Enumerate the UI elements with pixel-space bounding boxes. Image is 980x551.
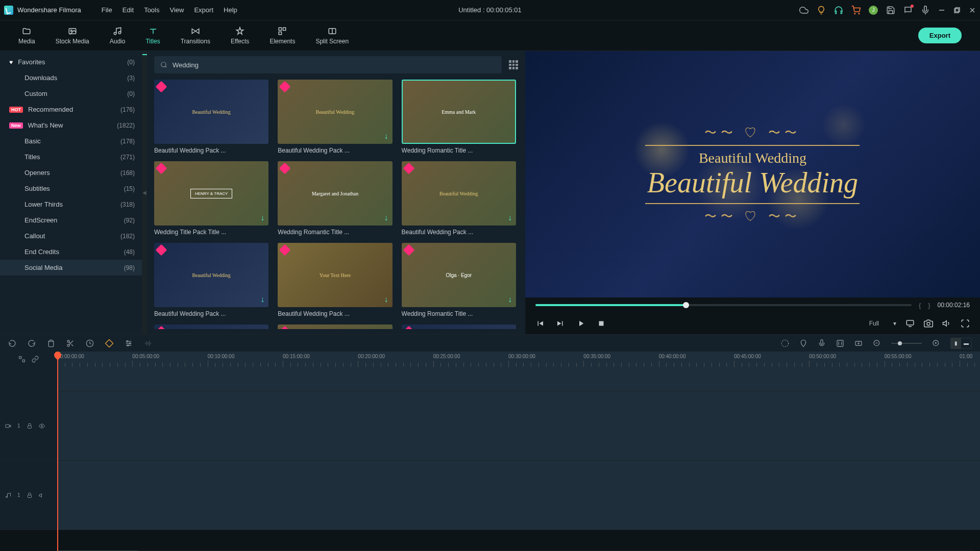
user-avatar[interactable]: J bbox=[869, 6, 878, 15]
render-icon[interactable] bbox=[781, 339, 789, 347]
download-icon[interactable]: ↓ bbox=[384, 213, 388, 222]
track-lane[interactable] bbox=[57, 367, 980, 391]
sidebar-item-endscreen[interactable]: EndScreen(92) bbox=[0, 212, 142, 228]
cloud-icon[interactable] bbox=[799, 6, 808, 15]
tab-titles[interactable]: Titles bbox=[135, 23, 170, 48]
audio-track-lane[interactable] bbox=[57, 461, 980, 530]
menu-help[interactable]: Help bbox=[224, 6, 237, 14]
download-icon[interactable]: ↓ bbox=[384, 295, 388, 304]
video-track-header[interactable]: 1 bbox=[0, 391, 57, 460]
stop-button[interactable] bbox=[597, 319, 606, 328]
title-thumb[interactable] bbox=[154, 324, 268, 329]
audio-wave-icon[interactable] bbox=[144, 339, 152, 347]
zoom-slider[interactable] bbox=[891, 343, 922, 344]
add-track-icon[interactable] bbox=[854, 339, 863, 347]
cart-icon[interactable] bbox=[851, 6, 861, 15]
mark-out-button[interactable]: } bbox=[928, 302, 930, 309]
lock-icon[interactable] bbox=[27, 423, 33, 429]
sidebar-collapse-handle[interactable]: ◀ bbox=[142, 51, 147, 334]
mode-a-icon[interactable]: ▮ bbox=[951, 338, 961, 348]
message-icon[interactable] bbox=[903, 6, 913, 15]
sidebar-item-downloads[interactable]: Downloads(3) bbox=[0, 70, 142, 86]
scrubber-thumb[interactable] bbox=[683, 302, 689, 308]
prev-frame-button[interactable] bbox=[535, 319, 545, 328]
timeline-ruler[interactable]: 00:00:00:0000:05:00:0000:10:00:0000:15:0… bbox=[0, 352, 980, 367]
menu-tools[interactable]: Tools bbox=[144, 6, 159, 14]
title-thumb[interactable]: Beautiful Wedding↓Beautiful Wedding Pack… bbox=[278, 80, 392, 154]
zoom-out-icon[interactable] bbox=[873, 339, 881, 347]
quality-dropdown[interactable]: Full▾ bbox=[869, 320, 896, 327]
tab-audio[interactable]: Audio bbox=[100, 23, 136, 48]
sidebar-item-recommended[interactable]: HOTRecommended(176) bbox=[0, 102, 142, 117]
sidebar-item-subtitles[interactable]: Subtitles(15) bbox=[0, 181, 142, 196]
crop-icon[interactable] bbox=[105, 339, 113, 347]
title-thumb[interactable]: Margaret and Jonathan↓Wedding Romantic T… bbox=[278, 161, 392, 236]
sidebar-item-titles[interactable]: Titles(271) bbox=[0, 149, 142, 165]
marker-icon[interactable] bbox=[799, 339, 807, 347]
audio-track-header[interactable]: 1 bbox=[0, 461, 57, 530]
sidebar-item-whats-new[interactable]: NewWhat's New(1822) bbox=[0, 117, 142, 133]
undo-icon[interactable] bbox=[8, 339, 16, 347]
menu-file[interactable]: File bbox=[102, 6, 112, 14]
fullscreen-icon[interactable] bbox=[961, 319, 970, 328]
scrubber-track[interactable] bbox=[535, 304, 912, 306]
next-frame-button[interactable] bbox=[556, 319, 565, 328]
title-thumb[interactable] bbox=[402, 324, 516, 329]
title-thumb[interactable]: Beautiful Wedding↓Beautiful Wedding Pack… bbox=[154, 243, 268, 317]
adjust-icon[interactable] bbox=[125, 339, 133, 347]
zoom-in-icon[interactable] bbox=[932, 339, 940, 347]
split-icon[interactable] bbox=[66, 339, 75, 347]
snapshot-icon[interactable] bbox=[924, 319, 933, 328]
download-icon[interactable]: ↓ bbox=[260, 295, 264, 304]
headset-icon[interactable] bbox=[834, 6, 843, 15]
save-icon[interactable] bbox=[886, 6, 895, 15]
title-thumb[interactable]: HENRY & TRACY↓Wedding Title Pack Title .… bbox=[154, 161, 268, 236]
record-mic-icon[interactable] bbox=[818, 339, 826, 347]
mic-icon[interactable] bbox=[921, 6, 930, 15]
lightbulb-icon[interactable] bbox=[817, 6, 826, 15]
delete-icon[interactable] bbox=[47, 339, 55, 347]
title-thumb[interactable]: Emma and MarkWedding Romantic Title ... bbox=[402, 80, 516, 154]
title-thumb[interactable]: Your Text Here↓Beautiful Wedding Pack ..… bbox=[278, 243, 392, 317]
title-thumb[interactable]: Beautiful Wedding↓Beautiful Wedding Pack… bbox=[402, 161, 516, 236]
eye-icon[interactable] bbox=[39, 423, 45, 429]
sidebar-item-end-credits[interactable]: End Credits(48) bbox=[0, 244, 142, 260]
tab-transitions[interactable]: Transitions bbox=[170, 23, 220, 48]
volume-icon[interactable] bbox=[942, 319, 951, 328]
tab-split-screen[interactable]: Split Screen bbox=[305, 23, 359, 48]
sidebar-item-lower-thirds[interactable]: Lower Thirds(318) bbox=[0, 196, 142, 212]
ruler-playhead[interactable] bbox=[57, 352, 58, 367]
close-icon[interactable] bbox=[969, 7, 976, 14]
link-icon[interactable] bbox=[32, 356, 39, 363]
menu-view[interactable]: View bbox=[169, 6, 184, 14]
tab-effects[interactable]: Effects bbox=[220, 23, 259, 48]
title-thumb[interactable]: Olga · Egor↓Wedding Romantic Title ... bbox=[402, 243, 516, 317]
playhead-line[interactable] bbox=[57, 367, 58, 551]
search-input[interactable] bbox=[173, 61, 496, 69]
display-icon[interactable] bbox=[905, 319, 915, 328]
tab-stock-media[interactable]: Stock Media bbox=[45, 23, 100, 48]
speaker-icon[interactable] bbox=[39, 492, 45, 498]
download-icon[interactable]: ↓ bbox=[508, 295, 512, 304]
redo-icon[interactable] bbox=[28, 339, 36, 347]
download-icon[interactable]: ↓ bbox=[384, 132, 388, 141]
tab-media[interactable]: Media bbox=[8, 23, 45, 48]
lock-icon[interactable] bbox=[27, 492, 33, 498]
ruler-track[interactable]: 00:00:00:0000:05:00:0000:10:00:0000:15:0… bbox=[57, 352, 980, 367]
title-thumb[interactable] bbox=[278, 324, 392, 329]
mode-b-icon[interactable]: ▬ bbox=[961, 338, 971, 348]
play-button[interactable] bbox=[576, 319, 585, 328]
mixer-icon[interactable] bbox=[836, 339, 844, 347]
menu-edit[interactable]: Edit bbox=[122, 6, 134, 14]
zoom-slider-thumb[interactable] bbox=[898, 341, 902, 345]
video-track-lane[interactable] bbox=[57, 391, 980, 460]
search-box[interactable] bbox=[154, 56, 502, 73]
timeline-mode-toggle[interactable]: ▮▬ bbox=[950, 338, 972, 349]
download-icon[interactable]: ↓ bbox=[260, 213, 264, 222]
track-manager-icon[interactable] bbox=[18, 356, 26, 363]
menu-export[interactable]: Export bbox=[194, 6, 213, 14]
sidebar-item-callout[interactable]: Callout(182) bbox=[0, 228, 142, 244]
grid-view-icon[interactable] bbox=[509, 60, 518, 69]
sidebar-item-favorites[interactable]: ♥Favorites(0) bbox=[0, 54, 142, 70]
sidebar-item-openers[interactable]: Openers(168) bbox=[0, 165, 142, 181]
